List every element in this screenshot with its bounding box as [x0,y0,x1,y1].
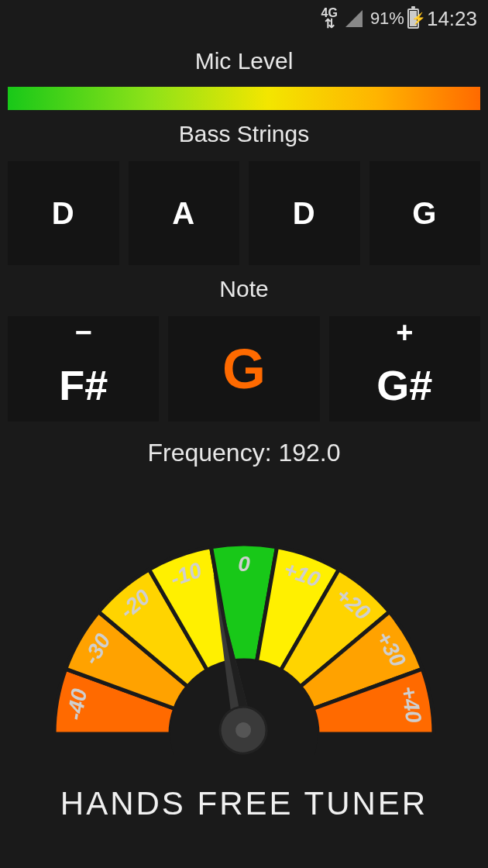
battery-pct: 91% [370,9,404,29]
frequency-label: Frequency: [147,439,271,467]
string-button-0[interactable]: D [8,161,119,265]
note-prev-label: F# [59,349,108,422]
string-button-1[interactable]: A [129,161,240,265]
svg-text:0: 0 [238,552,250,576]
bass-strings-title: Bass Strings [0,121,488,147]
note-title: Note [0,276,488,302]
frequency-value: 192.0 [278,439,340,467]
mic-level-title: Mic Level [0,48,488,74]
note-next-button[interactable]: + G# [329,316,480,422]
signal-icon [345,10,363,27]
cents-gauge: -40-30-20-100+10+20+30+40 [27,517,461,757]
status-bar: 4G⇅ 91% ⚡ 14:23 [0,0,488,37]
note-current-label: G [222,316,266,422]
plus-icon: + [396,316,413,349]
note-next-label: G# [376,349,432,422]
app-title: HANDS FREE TUNER [0,785,488,822]
network-indicator: 4G⇅ [321,8,338,29]
note-current[interactable]: G [168,316,319,422]
minus-icon: − [75,316,92,349]
battery-icon: ⚡ [407,9,419,29]
mic-level-bar [8,87,480,110]
note-prev-button[interactable]: − F# [8,316,159,422]
battery-indicator: 91% ⚡ [370,9,419,29]
string-button-3[interactable]: G [369,161,481,265]
strings-row: D A D G [8,161,480,265]
clock: 14:23 [427,7,477,31]
note-row: − F# G + G# [8,316,480,422]
frequency-readout: Frequency: 192.0 [0,439,488,467]
string-button-2[interactable]: D [249,161,360,265]
